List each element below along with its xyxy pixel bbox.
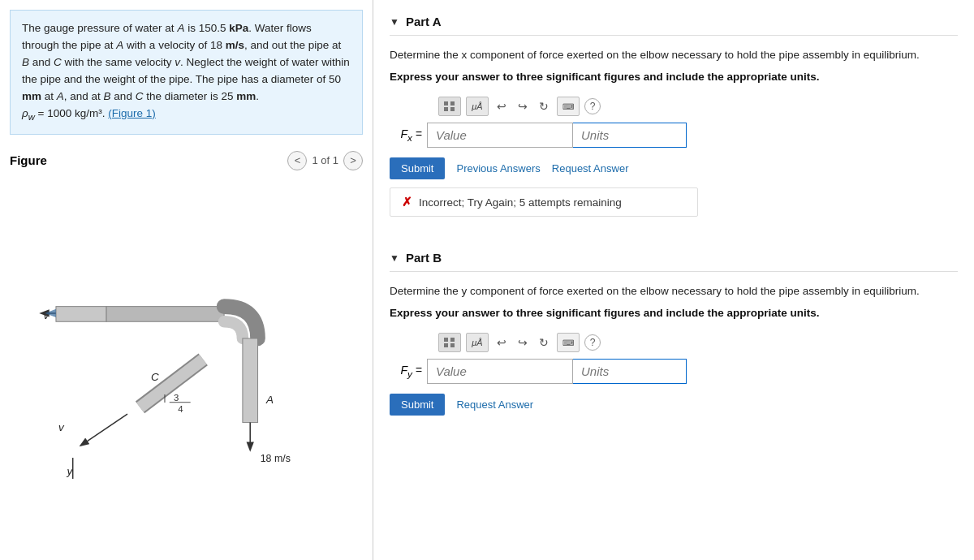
right-panel: ▼ Part A Determine the x component of fo… xyxy=(373,0,974,560)
part-b-input-row: Fy = xyxy=(390,359,958,384)
figure-nav: < 1 of 1 > xyxy=(287,151,363,170)
part-a-toolbar: μÅ ↩ ↪ ↻ ⌨ ? xyxy=(390,97,958,116)
part-b-chevron: ▼ xyxy=(390,252,399,264)
velocity-label: 18 m/s xyxy=(261,453,291,464)
figure-area: Figure < 1 of 1 > v B xyxy=(0,144,373,560)
refresh-button-b[interactable]: ↻ xyxy=(536,334,552,351)
part-a-chevron: ▼ xyxy=(390,16,399,28)
svg-text:C: C xyxy=(151,371,159,383)
svg-rect-6 xyxy=(106,306,224,321)
part-a-value-input[interactable] xyxy=(427,123,573,148)
nav-counter: 1 of 1 xyxy=(312,154,338,166)
part-a-previous-answers-link[interactable]: Previous Answers xyxy=(456,162,540,174)
left-panel: The gauge pressure of water at A is 150.… xyxy=(0,0,373,560)
part-b-value-input[interactable] xyxy=(427,359,573,384)
keyboard-button-b[interactable]: ⌨ xyxy=(557,333,580,352)
pipe-diagram: v B A xyxy=(10,177,363,554)
nav-prev-button[interactable]: < xyxy=(287,151,307,170)
part-b-units-input[interactable] xyxy=(573,359,687,384)
part-a-error-text: Incorrect; Try Again; 5 attempts remaini… xyxy=(419,196,622,209)
figure-title: Figure xyxy=(10,153,47,167)
figure-header: Figure < 1 of 1 > xyxy=(10,151,363,170)
part-a-action-row: Submit Previous Answers Request Answer xyxy=(390,157,958,179)
part-a-input-row: Fx = xyxy=(390,123,958,148)
redo-button-a[interactable]: ↪ xyxy=(515,98,531,114)
matrix-button-b[interactable] xyxy=(438,333,461,352)
part-b-header[interactable]: ▼ Part B xyxy=(390,244,958,272)
part-a-label: Part A xyxy=(406,15,442,28)
matrix-button-a[interactable] xyxy=(438,97,461,116)
a-label: A xyxy=(265,393,274,405)
svg-text:3: 3 xyxy=(174,392,179,402)
undo-button-a[interactable]: ↩ xyxy=(493,98,510,114)
part-a-request-answer-link[interactable]: Request Answer xyxy=(552,162,629,174)
part-b-instruction: Express your answer to three significant… xyxy=(390,306,958,321)
undo-button-b[interactable]: ↩ xyxy=(493,334,510,351)
problem-statement: The gauge pressure of water at A is 150.… xyxy=(10,10,363,135)
help-button-b[interactable]: ? xyxy=(584,334,601,351)
keyboard-button-a[interactable]: ⌨ xyxy=(557,97,580,116)
part-a-input-label: Fx = xyxy=(390,127,422,143)
part-a-instruction: Express your answer to three significant… xyxy=(390,70,958,85)
part-b-submit-button[interactable]: Submit xyxy=(390,394,445,416)
svg-rect-7 xyxy=(243,338,258,423)
error-icon-a: ✗ xyxy=(402,195,412,209)
svg-rect-4 xyxy=(56,306,106,321)
redo-button-b[interactable]: ↪ xyxy=(515,334,531,351)
mu-button-b[interactable]: μÅ xyxy=(466,333,489,352)
part-b-label: Part B xyxy=(406,251,442,265)
part-b-description: Determine the y component of force exert… xyxy=(390,283,958,299)
help-button-a[interactable]: ? xyxy=(584,98,601,114)
part-a-error-box: ✗ Incorrect; Try Again; 5 attempts remai… xyxy=(390,187,698,217)
svg-text:4: 4 xyxy=(178,404,183,414)
part-a-description: Determine the x component of force exert… xyxy=(390,47,958,63)
part-b-request-answer-link[interactable]: Request Answer xyxy=(456,398,533,411)
part-a-header[interactable]: ▼ Part A xyxy=(390,8,958,36)
refresh-button-a[interactable]: ↻ xyxy=(536,98,552,114)
part-a-submit-button[interactable]: Submit xyxy=(390,157,445,179)
nav-next-button[interactable]: > xyxy=(343,151,363,170)
mu-button-a[interactable]: μÅ xyxy=(466,97,489,116)
part-a-units-input[interactable] xyxy=(573,123,687,148)
svg-text:|: | xyxy=(164,392,166,402)
part-b-toolbar: μÅ ↩ ↪ ↻ ⌨ ? xyxy=(390,333,958,352)
part-b-input-label: Fy = xyxy=(390,364,422,379)
part-b-action-row: Submit Request Answer xyxy=(390,394,958,416)
figure-canvas: v B A xyxy=(10,177,363,554)
part-b-section: ▼ Part B Determine the y component of fo… xyxy=(390,244,958,416)
part-a-section: ▼ Part A Determine the x component of fo… xyxy=(390,8,958,230)
